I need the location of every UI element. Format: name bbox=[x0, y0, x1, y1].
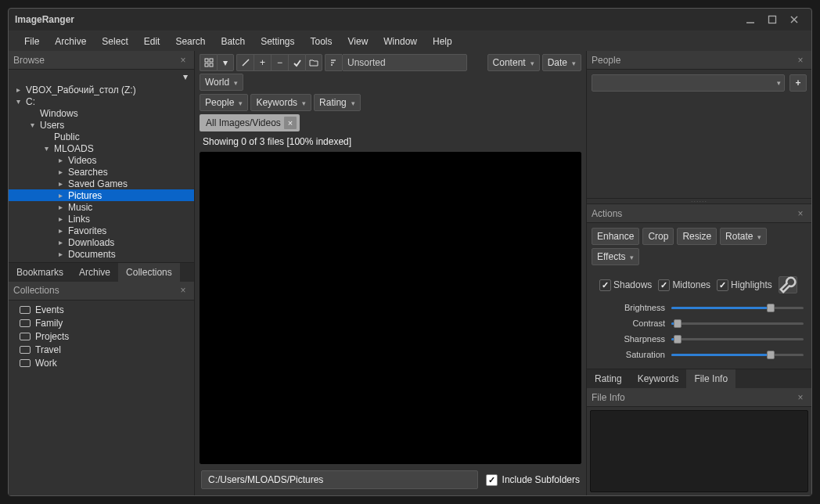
collections-panel-close-icon[interactable]: × bbox=[177, 285, 189, 296]
slider-track[interactable] bbox=[671, 333, 804, 345]
adjust-settings-button[interactable] bbox=[779, 276, 797, 293]
include-subfolders-checkbox[interactable]: Include Subfolders bbox=[486, 474, 580, 486]
chevron-right-icon[interactable] bbox=[56, 167, 65, 176]
chevron-down-icon[interactable] bbox=[27, 121, 37, 129]
slider-thumb[interactable] bbox=[767, 304, 775, 312]
tab-collections[interactable]: Collections bbox=[118, 263, 180, 282]
window-maximize-button[interactable] bbox=[761, 12, 783, 27]
filter-keywords-button[interactable]: Keywords bbox=[250, 94, 311, 111]
folder-button[interactable] bbox=[305, 54, 322, 71]
thumbnail-viewport[interactable] bbox=[200, 152, 581, 464]
tree-row[interactable]: Videos bbox=[9, 154, 194, 166]
menu-edit[interactable]: Edit bbox=[138, 33, 167, 50]
filter-world-button[interactable]: World bbox=[200, 74, 243, 91]
window-minimize-button[interactable] bbox=[739, 12, 761, 27]
tree-row[interactable]: Searches bbox=[9, 166, 194, 178]
slider-thumb[interactable] bbox=[767, 351, 775, 359]
tree-row[interactable]: Public bbox=[9, 131, 194, 142]
menu-archive[interactable]: Archive bbox=[49, 33, 92, 50]
tab-rating[interactable]: Rating bbox=[587, 369, 630, 388]
view-grid-button[interactable] bbox=[200, 54, 217, 71]
crop-button[interactable]: Crop bbox=[642, 228, 674, 245]
collection-item[interactable]: Events bbox=[9, 304, 194, 317]
filter-date-button[interactable]: Date bbox=[542, 54, 581, 71]
tree-row[interactable]: C: bbox=[9, 95, 194, 107]
slider-thumb[interactable] bbox=[674, 319, 682, 328]
shadows-checkbox[interactable]: Shadows bbox=[599, 279, 652, 291]
view-grid-split-button[interactable]: ▾ bbox=[217, 54, 234, 71]
filter-content-button[interactable]: Content bbox=[487, 54, 540, 71]
menu-help[interactable]: Help bbox=[426, 33, 459, 50]
filter-chip-all[interactable]: All Images/Videos × bbox=[200, 114, 300, 131]
tree-row[interactable]: VBOX_Рабочий_стол (Z:) bbox=[9, 84, 194, 95]
chevron-down-icon[interactable] bbox=[41, 144, 51, 153]
tab-fileinfo[interactable]: File Info bbox=[686, 369, 735, 388]
tab-bookmarks[interactable]: Bookmarks bbox=[9, 263, 71, 282]
menu-view[interactable]: View bbox=[342, 33, 375, 50]
collection-item[interactable]: Travel bbox=[9, 344, 194, 357]
menu-batch[interactable]: Batch bbox=[214, 33, 251, 50]
filter-rating-button[interactable]: Rating bbox=[314, 94, 361, 111]
filter-chip-close-icon[interactable]: × bbox=[284, 117, 297, 129]
chevron-right-icon[interactable] bbox=[56, 214, 65, 223]
tree-row[interactable]: Favorites bbox=[9, 225, 194, 236]
tab-archive[interactable]: Archive bbox=[71, 263, 118, 282]
people-select-dropdown[interactable] bbox=[592, 74, 785, 92]
filter-people-button[interactable]: People bbox=[200, 94, 248, 111]
slider-track[interactable] bbox=[671, 348, 804, 361]
chevron-right-icon[interactable] bbox=[56, 203, 65, 211]
chevron-right-icon[interactable] bbox=[56, 156, 65, 164]
current-path-field[interactable]: C:/Users/MLOADS/Pictures bbox=[201, 470, 478, 489]
slider-sharpness[interactable]: Sharpness bbox=[592, 331, 807, 347]
actions-panel-close-icon[interactable]: × bbox=[794, 208, 807, 219]
menu-select[interactable]: Select bbox=[95, 33, 134, 50]
window-close-button[interactable] bbox=[783, 12, 805, 27]
people-panel-close-icon[interactable]: × bbox=[794, 55, 807, 66]
tree-row[interactable]: Links bbox=[9, 213, 194, 225]
folder-tree[interactable]: ▾ VBOX_Рабочий_стол (Z:)C:WindowsUsersPu… bbox=[9, 70, 194, 262]
resize-button[interactable]: Resize bbox=[677, 228, 717, 245]
effects-button[interactable]: Effects bbox=[592, 248, 639, 265]
tree-row[interactable]: Windows bbox=[9, 107, 194, 119]
midtones-checkbox[interactable]: Midtones bbox=[658, 279, 710, 291]
tree-row[interactable]: Pictures bbox=[9, 189, 194, 201]
slider-contrast[interactable]: Contrast bbox=[592, 315, 807, 331]
confirm-button[interactable] bbox=[288, 54, 305, 71]
slider-saturation[interactable]: Saturation bbox=[592, 347, 807, 362]
right-splitter-1[interactable]: ······ bbox=[587, 198, 811, 204]
rotate-button[interactable]: Rotate bbox=[720, 228, 767, 245]
sort-direction-button[interactable] bbox=[325, 54, 342, 71]
remove-button[interactable]: − bbox=[271, 54, 288, 71]
menu-window[interactable]: Window bbox=[377, 33, 423, 50]
menu-tools[interactable]: Tools bbox=[304, 33, 338, 50]
collection-item[interactable]: Work bbox=[9, 357, 194, 370]
menu-file[interactable]: File bbox=[18, 33, 45, 50]
slider-brightness[interactable]: Brightness bbox=[592, 300, 807, 315]
chevron-right-icon[interactable] bbox=[56, 226, 65, 235]
chevron-right-icon[interactable] bbox=[56, 238, 65, 247]
tab-keywords[interactable]: Keywords bbox=[630, 369, 687, 388]
edit-button[interactable] bbox=[236, 54, 254, 71]
chevron-right-icon[interactable] bbox=[56, 191, 65, 200]
collection-item[interactable]: Family bbox=[9, 317, 194, 330]
tree-row[interactable]: Music bbox=[9, 201, 194, 213]
slider-track[interactable] bbox=[671, 301, 804, 314]
add-button[interactable]: + bbox=[254, 54, 271, 71]
collection-item[interactable]: Projects bbox=[9, 330, 194, 344]
tree-row[interactable]: MLOADS bbox=[9, 142, 194, 154]
tree-options-dropdown[interactable]: ▾ bbox=[9, 71, 194, 84]
fileinfo-panel-close-icon[interactable]: × bbox=[794, 392, 807, 403]
tree-row[interactable]: Downloads bbox=[9, 236, 194, 248]
browse-panel-close-icon[interactable]: × bbox=[177, 55, 189, 66]
people-add-button[interactable]: + bbox=[789, 74, 807, 92]
chevron-right-icon[interactable] bbox=[56, 250, 65, 258]
chevron-down-icon[interactable] bbox=[13, 97, 23, 106]
tree-row[interactable]: Saved Games bbox=[9, 178, 194, 189]
highlights-checkbox[interactable]: Highlights bbox=[717, 279, 772, 291]
slider-track[interactable] bbox=[671, 317, 804, 329]
menu-search[interactable]: Search bbox=[169, 33, 211, 50]
menu-settings[interactable]: Settings bbox=[254, 33, 300, 50]
slider-thumb[interactable] bbox=[674, 335, 682, 344]
tree-row[interactable]: Documents bbox=[9, 248, 194, 260]
tree-row[interactable]: Users bbox=[9, 119, 194, 131]
